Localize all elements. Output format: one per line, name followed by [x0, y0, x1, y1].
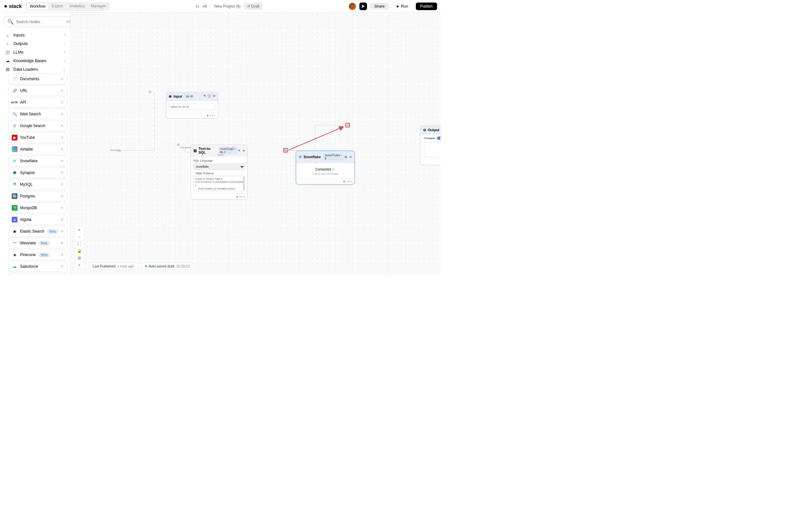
- snowflake-icon: ❄: [299, 155, 302, 159]
- document-icon: 📄: [12, 76, 17, 82]
- drag-icon: ≡: [61, 170, 63, 175]
- sidebar-item-web-search[interactable]: 🔍Web Search ≡: [8, 109, 67, 119]
- sidebar-item-mysql[interactable]: 🐬MySQL ≡: [8, 179, 67, 190]
- close-icon[interactable]: ✕: [349, 155, 352, 159]
- tab-export[interactable]: Export: [49, 3, 66, 10]
- play-icon[interactable]: ▶: [344, 180, 345, 183]
- algolia-icon: a: [12, 217, 17, 222]
- gear-icon[interactable]: ⚙: [345, 155, 347, 159]
- sidebar-item-api[interactable]: HTTPAPI ≡: [8, 97, 67, 108]
- pinecone-icon: ◈: [12, 252, 17, 258]
- node-id: in-0: [184, 94, 195, 99]
- logo-icon: ✷: [4, 4, 8, 9]
- run-button[interactable]: ▶ Run: [392, 3, 413, 10]
- output-port[interactable]: [285, 149, 287, 151]
- drag-icon: ≡: [61, 89, 63, 93]
- sidebar-item-pinecone[interactable]: ◈PineconeBeta ≡: [8, 249, 67, 260]
- sidebar-category-inputs[interactable]: ↓ Inputs ›: [4, 31, 67, 39]
- sidebar-category-outputs[interactable]: ↑ Outputs ›: [4, 39, 67, 48]
- grid-button[interactable]: ⊞: [75, 255, 84, 262]
- sidebar-item-url[interactable]: 🔗URL ≡: [8, 85, 67, 96]
- play-icon[interactable]: ▶: [237, 195, 238, 198]
- share-button[interactable]: Share: [370, 3, 389, 10]
- sidebar-item-salesforce[interactable]: ☁Salesforce ≡: [8, 261, 67, 272]
- breadcrumb: 🗀 All / New Project (6) ↺ Draft: [196, 3, 263, 10]
- node-snowflake[interactable]: ❄ Snowflake snowflake-0 ⚙ ✕ Connected✓ C…: [296, 151, 355, 184]
- cursor-button[interactable]: ➤: [359, 3, 367, 10]
- close-icon[interactable]: ✕: [213, 94, 215, 99]
- input-value-field[interactable]: [169, 104, 215, 110]
- sidebar-item-documents[interactable]: 📄Documents ≡: [8, 73, 67, 84]
- lock-button[interactable]: 🔒: [75, 247, 84, 255]
- sidebar-category-llms[interactable]: ◫ LLMs ›: [4, 48, 67, 56]
- database-icon: ▤: [5, 67, 10, 72]
- close-icon[interactable]: ✕: [242, 149, 245, 153]
- info-icon[interactable]: ⓘ: [208, 94, 211, 99]
- sidebar-item-snowflake[interactable]: ❄Snowflake ≡: [8, 156, 67, 166]
- snowflake-icon: ❄: [12, 158, 17, 164]
- formatted-toggle[interactable]: [437, 136, 441, 140]
- port-label-sql-query: SQL Query: [217, 151, 223, 156]
- user-avatar[interactable]: [349, 3, 356, 10]
- sidebar-item-algolia[interactable]: aAlgolia ≡: [8, 214, 67, 225]
- sidebar-item-airtable[interactable]: Airtable ≡: [8, 144, 67, 155]
- table-schema-input[interactable]: create or replace TABLE CUSTOMERS.CUSTOM…: [194, 176, 245, 191]
- node-input[interactable]: ⊕ Input in-0 ✎ ⓘ ✕ ▶ 0.0 s: [166, 92, 218, 118]
- publish-button[interactable]: Publish: [416, 3, 437, 10]
- sidebar-item-google-search[interactable]: GGoogle Search ≡: [8, 120, 67, 131]
- chevron-right-icon: ›: [64, 42, 65, 45]
- edit-icon[interactable]: ✎: [203, 94, 206, 99]
- drag-icon: ≡: [61, 252, 63, 257]
- sidebar-item-weaviate[interactable]: 〰WeaviateBeta ≡: [8, 238, 67, 248]
- sql-language-select[interactable]: snowflake: [194, 164, 245, 170]
- fit-view-button[interactable]: ⛶: [75, 240, 84, 247]
- sidebar-item-hubspot[interactable]: ⚙HubSpotBeta ≡: [8, 273, 67, 275]
- drag-icon: ≡: [61, 159, 63, 163]
- input-port[interactable]: [119, 150, 120, 152]
- play-icon[interactable]: ▶: [207, 114, 209, 117]
- workflow-canvas[interactable]: ⊕ Input in-0 ✎ ⓘ ✕ ▶ 0.0 s: [70, 13, 441, 275]
- sidebar-item-postgres[interactable]: 🐘Postgres ≡: [8, 191, 67, 202]
- canvas-controls: + − ⛶ 🔒 ⊞ ▪: [74, 226, 84, 269]
- search-icon: 🔍: [12, 111, 17, 117]
- output-port-sql[interactable]: [177, 144, 179, 146]
- status-bar: Last Published 1 hour ago Auto-saved dra…: [89, 262, 194, 270]
- drag-icon: ≡: [61, 100, 63, 105]
- breadcrumb-project[interactable]: New Project (6): [214, 4, 241, 9]
- tab-analytics[interactable]: Analytics: [66, 3, 88, 10]
- scrollbar[interactable]: [243, 176, 245, 191]
- search-input[interactable]: [16, 20, 64, 24]
- tab-manager[interactable]: Manager: [88, 3, 109, 10]
- input-port[interactable]: [347, 124, 349, 126]
- mongodb-icon: 🍃: [12, 205, 17, 211]
- search-box[interactable]: 🔍 CtrlK: [4, 16, 70, 27]
- upload-icon: ↑: [5, 41, 10, 46]
- breadcrumb-folder[interactable]: All: [203, 4, 207, 9]
- output-port[interactable]: [149, 91, 151, 93]
- tab-workflow[interactable]: Workflow: [26, 3, 49, 10]
- drag-icon: ≡: [61, 147, 63, 152]
- credentials-link[interactable]: Click to see credentials: [298, 172, 352, 175]
- sidebar-item-elastic-search[interactable]: ◉Elastic SearchBeta ≡: [8, 226, 67, 237]
- zoom-out-button[interactable]: −: [75, 233, 84, 240]
- input-port-highlight: [345, 123, 350, 127]
- zoom-in-button[interactable]: +: [75, 227, 84, 233]
- input-port-sql[interactable]: [224, 151, 226, 153]
- draft-badge[interactable]: ↺ Draft: [244, 3, 263, 10]
- sidebar-category-data-loaders[interactable]: ▤ Data Loaders ⌄: [4, 65, 67, 73]
- edit-icon[interactable]: ✎: [238, 149, 241, 153]
- minimap-button[interactable]: ▪: [75, 262, 84, 268]
- sidebar-category-knowledge-bases[interactable]: ☁ Knowledge Bases ›: [4, 56, 67, 65]
- sidebar-item-synapse[interactable]: ⬢Synapse ≡: [8, 167, 67, 178]
- drag-icon: ≡: [61, 77, 63, 81]
- postgres-icon: 🐘: [12, 193, 17, 199]
- node-output[interactable]: ⊖ Output out-0 ✎ ⓘ ✕ Formatted ⎘: [420, 125, 441, 165]
- sidebar-item-youtube[interactable]: ▶YouTube ≡: [8, 132, 67, 143]
- nav-tab-group: Workflow Export Analytics Manager: [26, 2, 110, 11]
- sidebar-item-mongodb[interactable]: 🍃MongoDB ≡: [8, 203, 67, 213]
- link-icon: 🔗: [12, 88, 17, 94]
- svg-line-1: [288, 127, 344, 150]
- http-icon: HTTP: [12, 100, 17, 105]
- google-icon: G: [12, 123, 17, 129]
- output-area[interactable]: [424, 142, 441, 157]
